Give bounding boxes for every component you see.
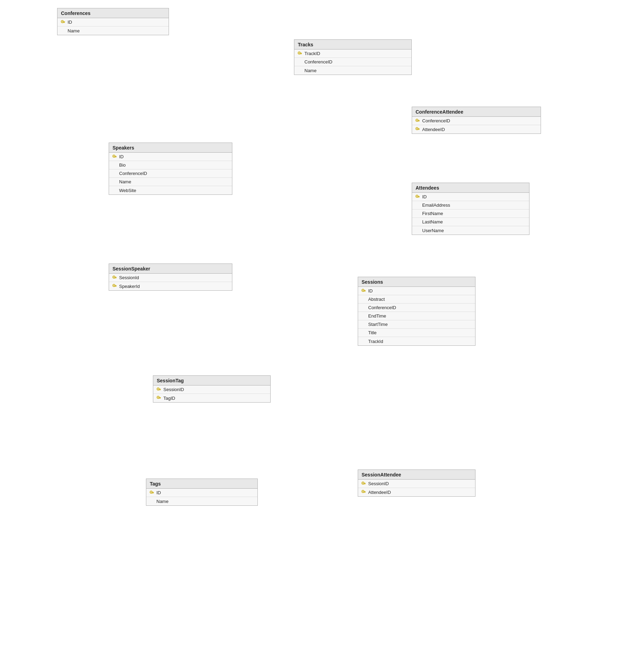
field-name: ID (422, 194, 427, 199)
pk-icon (60, 20, 66, 25)
field-icon-empty (415, 219, 420, 225)
field-name: WebSite (119, 188, 136, 193)
field-icon-empty (297, 68, 303, 73)
field-name: SessionId (119, 275, 139, 280)
svg-rect-88 (364, 483, 366, 483)
field-row: Name (146, 497, 257, 505)
entity-fields-sessiontag: SessionID TagID (153, 385, 270, 402)
field-icon-empty (112, 188, 117, 193)
entity-header-conferences: Conferences (57, 8, 169, 18)
field-icon-empty (361, 338, 366, 344)
field-icon-empty (361, 322, 366, 327)
field-icon-empty (112, 162, 117, 168)
field-row: ID (412, 193, 529, 201)
entity-header-sessiontag: SessionTag (153, 376, 270, 385)
entity-header-sessionspeaker: SessionSpeaker (109, 264, 232, 274)
svg-rect-89 (365, 483, 365, 484)
svg-point-81 (158, 397, 159, 398)
field-name: Abstract (368, 297, 385, 302)
field-icon-empty (112, 179, 117, 185)
field-name: TrackId (368, 339, 383, 344)
field-row: Title (358, 329, 475, 337)
entity-sessionspeaker: SessionSpeaker SessionId SpeakerId (109, 264, 232, 291)
field-name: TrackID (304, 51, 320, 56)
field-name: SessionID (368, 481, 389, 486)
entity-fields-tags: IDName (146, 489, 257, 505)
field-row: ID (358, 287, 475, 295)
pk-icon (156, 395, 162, 401)
field-name: AttendeeID (422, 127, 445, 132)
svg-rect-33 (300, 53, 302, 53)
field-row: EmailAddress (412, 201, 529, 209)
entity-header-sessionattendee: SessionAttendee (358, 470, 475, 480)
pk-icon (297, 51, 303, 56)
field-row: AttendeeID (412, 125, 541, 133)
svg-rect-29 (64, 22, 65, 23)
field-row: ID (57, 18, 169, 26)
field-name: AttendeeID (368, 490, 391, 495)
svg-rect-79 (160, 398, 161, 399)
svg-rect-35 (300, 53, 301, 54)
entity-speakers: Speakers IDBioConferenceIDNameWebSite (109, 143, 232, 195)
field-icon-empty (297, 59, 303, 65)
pk-icon (149, 490, 155, 496)
field-row: SpeakerId (109, 282, 232, 290)
svg-rect-93 (364, 491, 366, 492)
entity-fields-speakers: IDBioConferenceIDNameWebSite (109, 153, 232, 194)
field-row: LastName (412, 218, 529, 226)
entity-header-conferenceattendee: ConferenceAttendee (412, 107, 541, 117)
entity-header-tracks: Tracks (294, 40, 411, 49)
field-icon-empty (361, 313, 366, 319)
svg-rect-95 (364, 492, 365, 493)
svg-rect-83 (152, 492, 154, 492)
svg-point-51 (114, 155, 115, 156)
svg-rect-38 (418, 120, 420, 121)
field-name: EndTime (368, 313, 386, 319)
field-name: SessionID (163, 387, 184, 392)
field-row: ConferenceID (358, 304, 475, 312)
svg-rect-90 (364, 483, 365, 484)
field-name: ID (119, 154, 124, 159)
entity-fields-conferenceattendee: ConferenceID AttendeeID (412, 117, 541, 133)
pk-icon (112, 283, 117, 289)
svg-rect-68 (364, 290, 366, 291)
svg-point-61 (114, 276, 115, 277)
svg-rect-58 (115, 277, 117, 277)
pk-icon (415, 194, 420, 200)
entity-conferences: Conferences IDName (57, 8, 169, 35)
field-name: StartTime (368, 322, 388, 327)
svg-rect-53 (418, 196, 420, 197)
svg-point-46 (417, 128, 418, 129)
svg-rect-28 (63, 21, 65, 22)
pk-icon (361, 489, 366, 495)
pk-icon (112, 154, 117, 160)
field-row: Abstract (358, 295, 475, 304)
field-name: UserName (422, 228, 444, 233)
field-icon-empty (361, 330, 366, 336)
field-name: Title (368, 330, 377, 335)
svg-rect-49 (116, 156, 116, 157)
svg-rect-64 (116, 286, 116, 287)
field-name: ConferenceID (422, 118, 450, 123)
entity-conferenceattendee: ConferenceAttendee ConferenceID Attendee… (412, 107, 541, 134)
entity-fields-sessionspeaker: SessionId SpeakerId (109, 274, 232, 290)
field-row: WebSite (109, 186, 232, 194)
connections-svg (0, 0, 627, 672)
svg-rect-70 (364, 291, 365, 292)
field-name: Name (119, 179, 131, 184)
svg-rect-39 (419, 121, 419, 121)
field-row: Bio (109, 161, 232, 169)
field-icon-empty (149, 498, 155, 504)
svg-rect-43 (418, 129, 420, 129)
svg-point-91 (363, 482, 364, 483)
field-name: Name (156, 499, 169, 504)
field-icon-empty (361, 305, 366, 311)
entity-fields-attendees: IDEmailAddressFirstNameLastNameUserName (412, 193, 529, 235)
field-name: ID (368, 288, 373, 293)
svg-rect-80 (159, 398, 160, 399)
field-name: FirstName (422, 211, 443, 216)
svg-rect-54 (419, 197, 419, 197)
pk-icon (415, 127, 420, 132)
field-icon-empty (361, 297, 366, 302)
field-name: LastName (422, 219, 443, 224)
